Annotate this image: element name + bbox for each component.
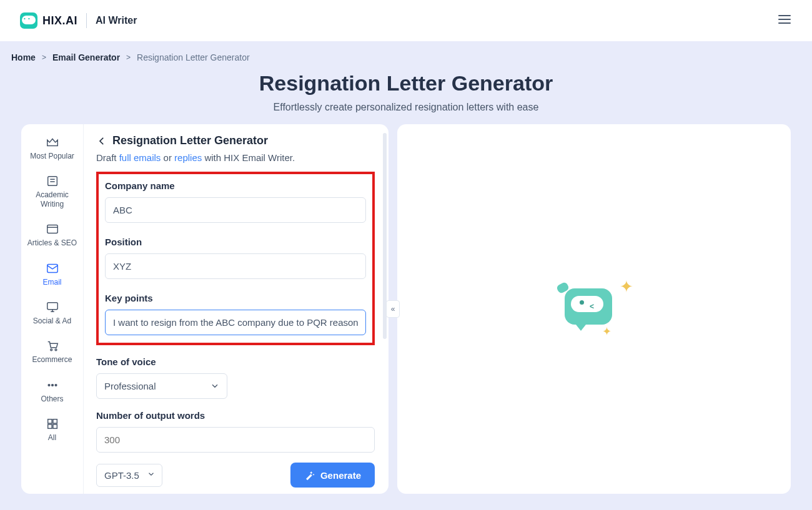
tone-value: Professional [104, 381, 156, 391]
chevron-down-icon [147, 470, 156, 481]
brand-name: HIX.AI [42, 14, 77, 27]
page-title: Resignation Letter Generator [0, 71, 812, 96]
sidebar-item-academic[interactable]: Academic Writing [21, 168, 83, 216]
svg-rect-1 [47, 225, 57, 233]
generate-button[interactable]: Generate [290, 463, 375, 488]
brand-divider [86, 13, 87, 28]
mail-icon [46, 262, 59, 275]
svg-rect-9 [47, 419, 51, 423]
sidebar-item-label: All [48, 433, 56, 442]
sidebar-item-articles[interactable]: Articles & SEO [21, 216, 83, 255]
chevron-left-icon[interactable] [96, 135, 107, 147]
form-title: Resignation Letter Generator [112, 134, 268, 147]
collapse-toggle[interactable]: « [386, 300, 400, 318]
sidebar-item-label: Social & Ad [33, 316, 71, 325]
form-area: Resignation Letter Generator Draft full … [84, 124, 389, 494]
breadcrumb-sep: > [126, 53, 131, 62]
left-panel: Most Popular Academic Writing Articles &… [21, 124, 389, 494]
words-input[interactable] [96, 427, 375, 453]
collapse-glyph: « [391, 305, 395, 313]
sidebar-item-label: Ecommerce [32, 355, 72, 364]
words-block: Number of output words [96, 410, 375, 453]
brand-logo[interactable]: HIX.AI [20, 12, 77, 29]
tone-block: Tone of voice Professional [96, 356, 375, 399]
model-select[interactable]: GPT-3.5 [96, 464, 162, 487]
sidebar-item-social[interactable]: Social & Ad [21, 294, 83, 333]
sidebar-item-email[interactable]: Email [21, 255, 83, 294]
monitor-icon [46, 300, 59, 314]
sidebar-item-label: Academic Writing [24, 190, 81, 208]
svg-point-8 [55, 384, 57, 386]
breadcrumb: Home > Email Generator > Resignation Let… [0, 41, 812, 67]
words-label: Number of output words [96, 410, 375, 421]
brand-area: HIX.AI AI Writer [20, 12, 137, 29]
crown-icon [46, 135, 59, 149]
svg-point-5 [55, 349, 57, 351]
svg-rect-12 [52, 424, 56, 428]
company-label: Company name [105, 180, 366, 191]
sidebar-item-label: Email [42, 278, 61, 287]
svg-point-6 [48, 384, 50, 386]
tone-label: Tone of voice [96, 356, 375, 367]
svg-rect-3 [47, 303, 57, 310]
chevron-down-icon [210, 381, 220, 393]
grid-icon [46, 417, 59, 431]
link-full-emails[interactable]: full emails [119, 152, 161, 163]
cart-icon [46, 339, 59, 353]
keypoints-input[interactable] [105, 310, 366, 335]
highlighted-fields: Company name Position Key points [96, 172, 375, 345]
svg-point-7 [51, 384, 53, 386]
browser-icon [46, 222, 59, 236]
position-label: Position [105, 237, 366, 247]
hero: Resignation Letter Generator Effortlessl… [0, 67, 812, 124]
logo-icon [20, 12, 37, 29]
breadcrumb-sep: > [42, 53, 46, 62]
brand-subtitle: AI Writer [96, 15, 137, 26]
magic-wand-icon [304, 469, 315, 481]
svg-rect-11 [47, 424, 51, 428]
tone-select[interactable]: Professional [96, 373, 227, 399]
form-sub-text: Draft [96, 152, 119, 163]
mascot-illustration: < ✦ ✦ [560, 281, 628, 337]
top-bar: HIX.AI AI Writer [0, 0, 812, 41]
position-input[interactable] [105, 253, 366, 279]
keypoints-label: Key points [105, 293, 366, 303]
sidebar-item-ecommerce[interactable]: Ecommerce [21, 333, 83, 371]
company-input[interactable] [105, 197, 366, 223]
menu-icon [777, 12, 792, 27]
page-subtitle: Effortlessly create personalized resigna… [0, 102, 812, 113]
form-sub-text: with HIX Email Writer. [202, 152, 295, 163]
svg-rect-0 [47, 177, 57, 186]
sidebar-item-label: Articles & SEO [27, 238, 77, 247]
svg-rect-10 [52, 419, 56, 423]
breadcrumb-email-generator[interactable]: Email Generator [52, 52, 120, 62]
sidebar-item-most-popular[interactable]: Most Popular [21, 129, 83, 168]
breadcrumb-home[interactable]: Home [11, 52, 36, 62]
model-value: GPT-3.5 [104, 470, 139, 481]
bottom-bar: GPT-3.5 Generate [96, 463, 375, 488]
sidebar-item-label: Most Popular [30, 152, 74, 160]
sidebar-item-others[interactable]: Others [21, 372, 83, 411]
sidebar-item-label: Others [41, 395, 63, 403]
output-panel: < ✦ ✦ [397, 124, 791, 494]
document-icon [46, 174, 59, 188]
workspace: Most Popular Academic Writing Articles &… [21, 124, 791, 494]
dots-icon [46, 378, 59, 392]
svg-rect-2 [47, 264, 57, 272]
breadcrumb-current: Resignation Letter Generator [137, 52, 250, 62]
form-header: Resignation Letter Generator [96, 134, 375, 147]
svg-point-4 [50, 349, 52, 351]
category-sidebar: Most Popular Academic Writing Articles &… [21, 124, 84, 494]
link-replies[interactable]: replies [174, 152, 202, 163]
form-sub-text: or [161, 152, 174, 163]
form-subtitle: Draft full emails or replies with HIX Em… [96, 152, 375, 163]
menu-button[interactable] [777, 12, 792, 29]
sidebar-item-all[interactable]: All [21, 411, 83, 449]
generate-label: Generate [320, 470, 361, 481]
